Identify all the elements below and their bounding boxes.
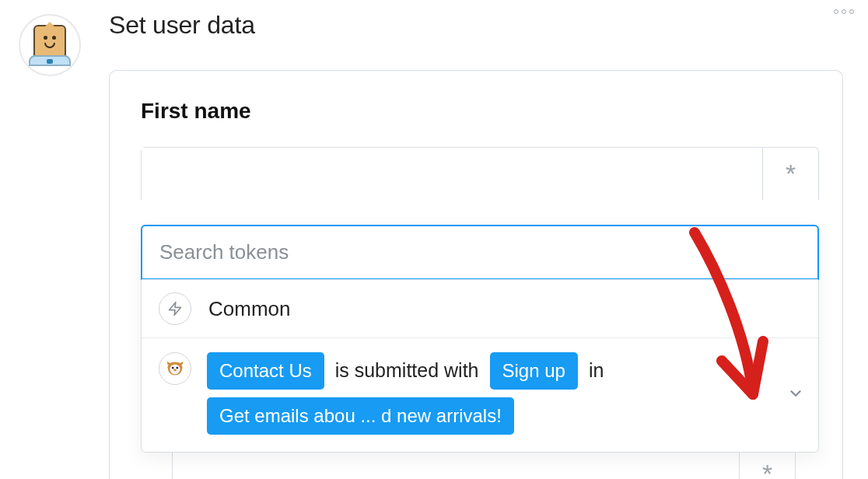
token-chip-form: Contact Us [207,352,324,390]
token-search-input[interactable] [159,240,800,264]
dot-icon [842,9,846,14]
first-name-input-row: * [141,147,819,200]
first-name-input-lower[interactable] [173,448,739,479]
avatar-shoulders [29,55,71,66]
svg-point-4 [173,369,177,372]
avatar-illustration [29,25,71,66]
first-name-input-row-lower: * [172,448,796,479]
token-picker-button-lower[interactable]: * [739,448,795,479]
chevron-down-icon [787,385,804,405]
dot-icon [834,9,838,14]
token-chip-action: Sign up [490,352,578,390]
trigger-text-2: in [589,356,604,386]
token-section-label: Common [208,297,290,321]
paper-bag-icon [33,25,66,58]
trigger-description: Contact Us is submitted with Sign up in … [207,352,801,435]
trigger-text-1: is submitted with [335,356,479,386]
token-section-trigger[interactable]: Contact Us is submitted with Sign up in … [142,337,818,452]
more-menu-button[interactable] [834,9,854,14]
avatar [19,14,81,76]
lightning-icon [159,292,191,325]
token-search-box [141,225,819,280]
svg-point-3 [176,367,178,369]
wpforms-mascot-icon [159,352,191,385]
svg-point-2 [172,367,174,369]
svg-marker-0 [170,302,181,316]
token-dropdown: Common Contact Us is submitted with Sign… [141,225,819,453]
token-chip-context: Get emails abou ... d new arrivals! [207,397,514,435]
field-label-first-name: First name [141,99,842,124]
dot-icon [849,9,854,14]
first-name-input[interactable] [142,148,762,200]
step-card: First name * * Common [109,70,843,479]
step-title: Set user data [109,11,255,40]
token-picker-button[interactable]: * [762,148,818,200]
token-section-common[interactable]: Common [142,279,818,337]
